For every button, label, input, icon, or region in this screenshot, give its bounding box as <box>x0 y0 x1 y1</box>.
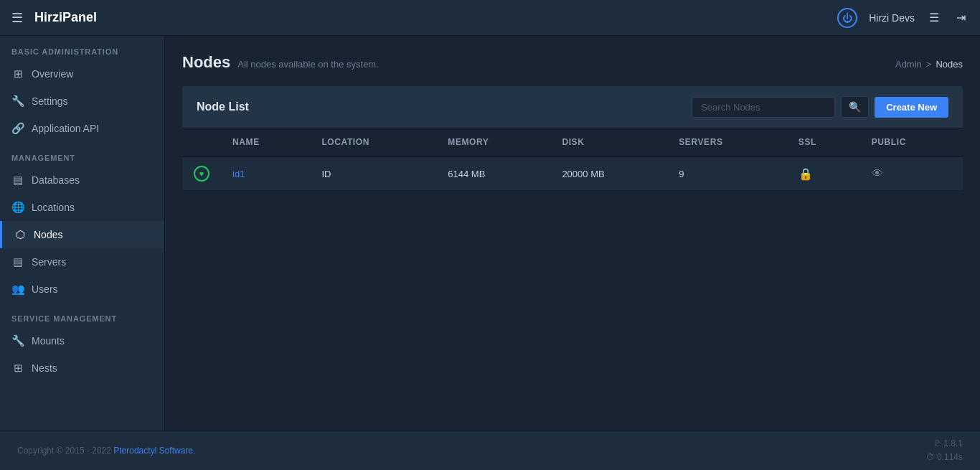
sidebar-item-servers[interactable]: ▤Servers <box>0 248 164 276</box>
node-memory-cell: 6144 MB <box>436 156 550 191</box>
sidebar-item-label: Nodes <box>34 229 62 240</box>
sidebar-section-label: BASIC ADMINISTRATION <box>0 36 164 60</box>
sidebar-item-application-api[interactable]: 🔗Application API <box>0 115 164 142</box>
heart-icon: ♥ <box>199 169 204 178</box>
sidebar-item-label: Overview <box>32 68 73 80</box>
page-title: Nodes <box>182 53 230 72</box>
footer-link[interactable]: Pterodactyl Software. <box>113 446 195 456</box>
main-layout: BASIC ADMINISTRATION⊞Overview🔧Settings🔗A… <box>0 36 980 431</box>
breadcrumb-current: Nodes <box>936 59 963 70</box>
search-input[interactable] <box>692 97 835 118</box>
sidebar-item-label: Nests <box>32 362 57 374</box>
power-icon: ⏻ <box>837 8 857 28</box>
node-disk-cell: 20000 MB <box>550 156 667 191</box>
sidebar-item-label: Mounts <box>32 335 65 347</box>
search-button[interactable]: 🔍 <box>841 96 869 118</box>
breadcrumb-parent[interactable]: Admin <box>895 59 922 70</box>
sidebar-item-label: Locations <box>32 202 75 213</box>
mounts-icon: 🔧 <box>11 334 24 347</box>
sidebar-item-nests[interactable]: ⊞Nests <box>0 354 164 382</box>
footer-copyright: Copyright © 2015 - 2022 Pterodactyl Soft… <box>17 446 195 456</box>
public-eye-icon: 👁 <box>872 167 883 179</box>
brand-logo: HirziPanel <box>34 10 97 25</box>
node-public-cell: 👁 <box>860 156 963 191</box>
nests-icon: ⊞ <box>11 362 24 375</box>
load-time: ⏱ 0.114s <box>926 451 963 464</box>
card-title: Node List <box>197 100 249 113</box>
col-location: Location <box>310 128 436 156</box>
node-ssl-cell: 🔒 <box>787 156 860 191</box>
databases-icon: ▤ <box>11 174 24 187</box>
node-status-icon: ♥ <box>194 166 209 182</box>
nodes-icon: ⬡ <box>14 228 27 241</box>
logout-button[interactable]: ⇥ <box>953 8 969 27</box>
ssl-lock-icon: 🔒 <box>798 168 813 180</box>
sidebar-item-users[interactable]: 👥Users <box>0 276 164 303</box>
sidebar-item-databases[interactable]: ▤Databases <box>0 166 164 194</box>
create-new-button[interactable]: Create New <box>875 97 948 118</box>
col-disk: Disk <box>550 128 667 156</box>
navbar: ☰ HirziPanel ⏻ Hirzi Devs ☰ ⇥ <box>0 0 980 36</box>
sidebar-item-overview[interactable]: ⊞Overview <box>0 60 164 88</box>
breadcrumb: Admin > Nodes <box>895 59 963 70</box>
node-location-cell: ID <box>310 156 436 191</box>
table-row: ♥id1ID6144 MB20000 MB9🔒👁 <box>182 156 963 191</box>
sidebar-item-label: Settings <box>32 95 68 107</box>
node-status-cell: ♥ <box>182 156 221 191</box>
page-subtitle: All nodes available on the system. <box>237 59 379 70</box>
overview-icon: ⊞ <box>11 67 24 80</box>
footer-version: ♇ 1.8.1 ⏱ 0.114s <box>926 437 963 464</box>
table-header-row: Name Location Memory Disk Servers SSL Pu… <box>182 128 963 156</box>
sidebar-item-settings[interactable]: 🔧Settings <box>0 88 164 115</box>
sidebar-item-label: Users <box>32 283 58 295</box>
col-ssl: SSL <box>787 128 860 156</box>
col-servers: Servers <box>667 128 787 156</box>
servers-icon: ▤ <box>11 255 24 268</box>
node-servers-cell: 9 <box>667 156 787 191</box>
list-view-button[interactable]: ☰ <box>926 8 942 27</box>
users-icon: 👥 <box>11 283 24 296</box>
col-status <box>182 128 221 156</box>
search-area: 🔍 Create New <box>692 96 948 118</box>
col-public: Public <box>860 128 963 156</box>
node-name-link[interactable]: id1 <box>232 169 245 179</box>
settings-icon: 🔧 <box>11 95 24 108</box>
sidebar-item-label: Databases <box>32 174 80 186</box>
node-table: Name Location Memory Disk Servers SSL Pu… <box>182 128 963 191</box>
sidebar-item-nodes[interactable]: ⬡Nodes <box>0 221 164 248</box>
main-content: Nodes All nodes available on the system.… <box>165 36 980 431</box>
col-name: Name <box>221 128 310 156</box>
sidebar-item-mounts[interactable]: 🔧Mounts <box>0 327 164 354</box>
sidebar: BASIC ADMINISTRATION⊞Overview🔧Settings🔗A… <box>0 36 165 431</box>
sidebar-item-label: Servers <box>32 256 66 268</box>
sidebar-item-label: Application API <box>32 123 99 134</box>
sidebar-item-locations[interactable]: 🌐Locations <box>0 194 164 221</box>
col-memory: Memory <box>436 128 550 156</box>
user-label: Hirzi Devs <box>869 12 915 24</box>
footer: Copyright © 2015 - 2022 Pterodactyl Soft… <box>0 431 980 470</box>
sidebar-toggle-button[interactable]: ☰ <box>11 10 23 26</box>
card-header: Node List 🔍 Create New <box>182 86 963 128</box>
node-list-card: Node List 🔍 Create New Name Location Mem… <box>182 86 963 191</box>
application-api-icon: 🔗 <box>11 122 24 135</box>
sidebar-section-label: MANAGEMENT <box>0 142 164 166</box>
locations-icon: 🌐 <box>11 201 24 214</box>
navbar-right: ⏻ Hirzi Devs ☰ ⇥ <box>837 8 969 28</box>
page-header: Nodes All nodes available on the system.… <box>182 53 963 72</box>
sidebar-section-label: SERVICE MANAGEMENT <box>0 303 164 327</box>
version-number: ♇ 1.8.1 <box>926 437 963 451</box>
breadcrumb-separator: > <box>926 59 932 70</box>
node-name-cell: id1 <box>221 156 310 191</box>
